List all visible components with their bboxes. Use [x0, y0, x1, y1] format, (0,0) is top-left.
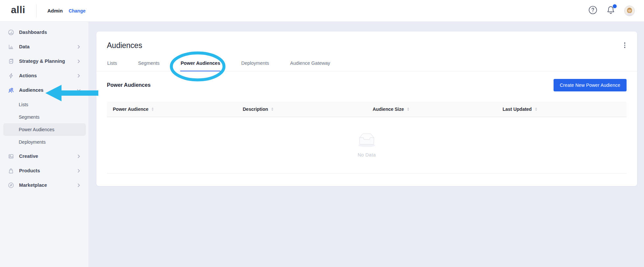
sidebar-item-data[interactable]: Data [0, 39, 88, 54]
image-icon [8, 153, 14, 159]
column-header-last-updated[interactable]: Last Updated [497, 107, 627, 112]
kebab-dot [624, 42, 626, 44]
workspace-name: Admin [47, 8, 63, 13]
audiences-submenu: Lists Segments Power Audiences Deploymen… [0, 97, 88, 149]
audiences-page-card: Audiences Lists Segments Power Audiences… [96, 32, 637, 186]
sidebar-item-dashboards[interactable]: Dashboards [0, 25, 88, 39]
section-title: Power Audiences [107, 82, 151, 88]
empty-inbox-icon [356, 133, 378, 149]
notifications-button[interactable] [607, 6, 615, 16]
sidebar-item-label: Products [19, 168, 77, 173]
audiences-tab-bar: Lists Segments Power Audiences Deploymen… [96, 56, 637, 71]
sidebar-item-label: Actions [19, 73, 77, 78]
sidebar-item-label: Creative [19, 154, 77, 159]
avatar [624, 6, 635, 16]
table-header-row: Power Audience Description Audience Size… [107, 102, 627, 117]
sidebar-item-products[interactable]: Products [0, 163, 88, 178]
people-icon [8, 87, 14, 93]
shopping-bag-icon [8, 168, 14, 174]
header-divider [36, 4, 37, 17]
gauge-icon [8, 29, 14, 36]
empty-state-text: No Data [358, 152, 376, 158]
sort-carets-icon [535, 108, 537, 111]
section-header-row: Power Audiences Create New Power Audienc… [96, 79, 637, 91]
more-options-button[interactable] [623, 40, 627, 50]
sort-carets-icon [407, 108, 409, 111]
column-header-power-audience[interactable]: Power Audience [107, 107, 237, 112]
sidebar-item-strategy-planning[interactable]: Strategy & Planning [0, 54, 88, 68]
help-button[interactable] [588, 6, 597, 16]
chevron-right-icon [77, 155, 81, 158]
header-actions [588, 6, 644, 16]
clipboard-icon [8, 58, 14, 64]
sort-carets-icon [152, 108, 154, 111]
chevron-right-icon [77, 183, 81, 187]
create-new-power-audience-button[interactable]: Create New Power Audience [554, 79, 627, 91]
chevron-right-icon [77, 74, 81, 78]
kebab-dot [624, 47, 626, 48]
sidebar-item-label: Dashboards [19, 30, 81, 35]
top-header-bar: alli Admin Change [0, 0, 644, 22]
sidebar-item-marketplace[interactable]: Marketplace [0, 178, 88, 192]
user-menu-button[interactable] [624, 6, 635, 16]
column-header-audience-size[interactable]: Audience Size [367, 107, 497, 112]
sidebar-subitem-power-audiences[interactable]: Power Audiences [3, 123, 86, 136]
change-workspace-link[interactable]: Change [69, 8, 86, 13]
notification-badge-dot [613, 4, 617, 8]
page-title: Audiences [107, 40, 142, 50]
card-header: Audiences [96, 32, 637, 50]
lightning-icon [8, 73, 14, 79]
compass-icon [8, 182, 14, 188]
chevron-right-icon [77, 169, 81, 173]
tab-audience-gateway[interactable]: Audience Gateway [290, 56, 331, 71]
sort-carets-icon [271, 108, 273, 111]
help-icon [588, 6, 597, 16]
chevron-right-icon [77, 45, 81, 49]
sidebar-item-actions[interactable]: Actions [0, 68, 88, 83]
sidebar-item-creative[interactable]: Creative [0, 149, 88, 163]
sidebar-item-label: Marketplace [19, 182, 77, 188]
sidebar-subitem-deployments[interactable]: Deployments [3, 136, 86, 148]
alli-logo: alli [11, 5, 25, 17]
sidebar-subitem-segments[interactable]: Segments [3, 111, 86, 123]
logo-container: alli [0, 5, 36, 17]
power-audiences-table: Power Audience Description Audience Size… [107, 102, 627, 174]
sidebar-subitem-lists[interactable]: Lists [3, 98, 86, 111]
bar-chart-icon [8, 44, 14, 50]
tab-power-audiences[interactable]: Power Audiences [180, 56, 220, 71]
sidebar-item-audiences[interactable]: Audiences [0, 83, 88, 97]
sidebar-nav: Dashboards Data Strategy & Planning [0, 22, 89, 267]
sidebar-item-label: Audiences [19, 87, 77, 93]
kebab-dot [624, 45, 626, 46]
tab-segments[interactable]: Segments [138, 56, 160, 71]
workspace-switcher: Admin Change [47, 8, 86, 13]
chevron-right-icon [77, 60, 81, 63]
sidebar-item-label: Strategy & Planning [19, 59, 77, 64]
chevron-down-icon [77, 88, 81, 92]
empty-state: No Data [107, 117, 627, 174]
column-header-description[interactable]: Description [237, 107, 367, 112]
tab-lists[interactable]: Lists [107, 56, 117, 71]
tab-deployments[interactable]: Deployments [241, 56, 269, 71]
sidebar-item-label: Data [19, 44, 77, 49]
